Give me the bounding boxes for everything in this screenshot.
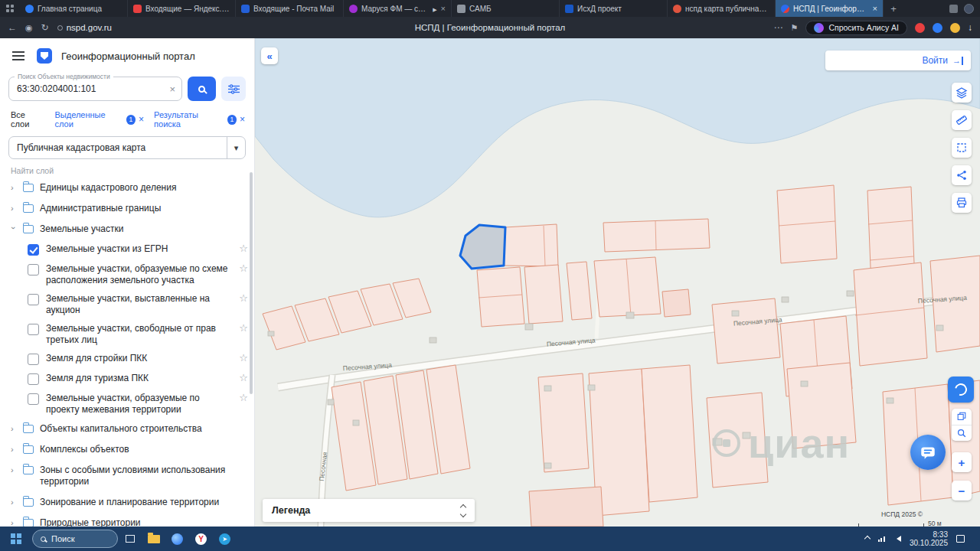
favorite-star-icon[interactable] [239,323,248,334]
layer-row[interactable]: Земля для туризма ПКК [0,369,254,389]
tab-close-icon[interactable] [441,4,446,13]
extension-icon-red[interactable] [915,23,925,33]
favorite-star-icon[interactable] [239,243,248,254]
taskbar-search[interactable]: Поиск [32,530,118,548]
chevron-down-icon[interactable] [227,137,245,158]
browser-tab-yandex-mail[interactable]: Входящие — Яндекс.П… [128,0,236,17]
chat-button[interactable] [910,435,946,470]
chevron-right-icon[interactable] [11,497,17,507]
network-icon[interactable] [878,536,885,542]
audio-playing-icon[interactable] [433,5,436,13]
chevron-right-icon[interactable] [11,465,17,474]
tree-folder-row[interactable]: Зонирование и планирование территории [0,492,254,513]
cadastral-parcels[interactable] [263,185,980,527]
sidebar-scrollbar[interactable] [250,172,253,394]
browser-tab-mailru[interactable]: Входящие - Почта Mail [236,0,344,17]
new-tab-button[interactable] [884,0,903,17]
tree-folder-row[interactable]: Зоны с особыми условиями использования т… [0,460,254,492]
zoom-in-button[interactable] [952,452,972,472]
tree-folder-row[interactable]: Административные границы [0,198,254,219]
tree-folder-row-expanded[interactable]: Земельные участки [0,219,254,240]
selected-parcel[interactable] [460,225,505,269]
extensions-icon[interactable] [949,5,958,13]
copy-layers-button[interactable] [952,409,972,425]
extension-icon-blue[interactable] [933,23,942,33]
clear-search-icon[interactable] [169,84,175,94]
share-tool-button[interactable] [952,165,972,185]
browser-tab-marusya[interactable]: Маруся ФМ — слу… [344,0,452,17]
volume-icon[interactable] [893,536,901,542]
layer-checkbox[interactable] [28,324,39,335]
tab-selected-layers[interactable]: Выделенные слои1 [54,110,144,129]
chevron-right-icon[interactable] [11,445,17,454]
tree-folder-row[interactable]: Природные территории [0,513,254,527]
print-tool-button[interactable] [952,193,972,213]
ask-alice-button[interactable]: Спросить Алису AI [805,21,907,35]
zoom-out-button[interactable] [952,481,972,500]
profile-avatar[interactable] [964,4,974,14]
layer-checkbox-checked[interactable] [28,244,39,256]
protect-icon[interactable] [25,23,33,32]
tab-all-layers[interactable]: Все слои [11,110,44,129]
back-icon[interactable] [8,23,17,32]
favorite-star-icon[interactable] [239,353,248,364]
chevron-right-icon[interactable] [11,424,17,433]
layer-row[interactable]: Земельные участки из ЕГРН [0,240,254,259]
map-type-select[interactable]: Публичная кадастровая карта [8,136,246,159]
chevron-right-icon[interactable] [11,183,17,192]
layer-checkbox[interactable] [28,393,39,405]
more-icon[interactable] [774,23,783,32]
layer-row[interactable]: Земельные участки, свободные от прав тре… [0,319,254,349]
layers-tool-button[interactable] [952,83,972,103]
legend-panel[interactable]: Легенда [263,499,475,522]
favorite-star-icon[interactable] [239,263,248,274]
close-tab-icon[interactable] [139,114,144,125]
layer-checkbox[interactable] [28,354,39,365]
layer-checkbox[interactable] [28,294,39,305]
taskbar-clock[interactable]: 8:33 30.10.2025 [910,530,948,547]
map-canvas[interactable]: Песочная улица Песочная улица Песочная у… [255,38,980,527]
tree-folder-row[interactable]: Комплексы объектов [0,439,254,460]
downloads-icon[interactable] [968,23,972,32]
favorite-star-icon[interactable] [239,293,248,304]
tree-folder-row[interactable]: Единицы кадастрового деления [0,178,254,198]
filter-button[interactable] [221,77,246,101]
close-tab-icon[interactable] [240,114,245,125]
browser-tab-nspd-pkk[interactable]: нспд карта публичная к… [668,0,776,17]
file-explorer-button[interactable] [142,527,165,551]
browser-tab-home[interactable]: Главная страница [20,0,128,17]
panorama-button[interactable] [948,377,974,403]
zoom-area-button[interactable] [952,425,972,442]
layer-checkbox[interactable] [28,264,39,276]
browser-tab-nspd-active[interactable]: НСПД | Геоинформац… [776,0,884,17]
measure-tool-button[interactable] [952,110,972,130]
reload-icon[interactable] [41,23,49,32]
browser-tab-ishd[interactable]: ИсхД проект [560,0,668,17]
login-button[interactable]: Войти [825,51,971,70]
layer-row[interactable]: Земля для стройки ПКК [0,349,254,369]
legend-collapse-control[interactable] [461,503,466,518]
chevron-right-icon[interactable] [11,518,17,527]
extension-icon-yellow[interactable] [950,23,960,33]
start-button[interactable] [0,527,32,551]
chevron-down-icon[interactable] [9,227,18,233]
yandex-browser-button[interactable] [189,527,213,551]
browser-app-button[interactable] [165,527,189,551]
collapse-sidebar-button[interactable] [261,47,278,64]
tree-folder-row[interactable]: Объекты капитального строительства [0,419,254,439]
hamburger-menu-icon[interactable] [12,55,24,57]
favorite-star-icon[interactable] [239,393,248,403]
browser-menu-icon[interactable] [0,0,20,17]
tab-search-results[interactable]: Результаты поиска1 [154,110,245,129]
layer-row[interactable]: Земельные участки, образуемые по схеме р… [0,259,254,289]
search-button[interactable] [188,77,216,101]
bookmark-icon[interactable] [791,23,799,32]
tab-close-icon[interactable] [873,4,877,13]
hidden-icons-chevron[interactable] [864,536,871,542]
url-box[interactable]: nspd.gov.ru [57,23,112,32]
browser-tab-samb[interactable]: САМБ [452,0,560,17]
layer-row[interactable]: Земельные участки, выставленные на аукци… [0,289,254,319]
layer-row[interactable]: Земельные участки, образуемые по проекту… [0,389,254,419]
action-center-icon[interactable] [956,535,965,543]
favorite-star-icon[interactable] [239,373,248,383]
